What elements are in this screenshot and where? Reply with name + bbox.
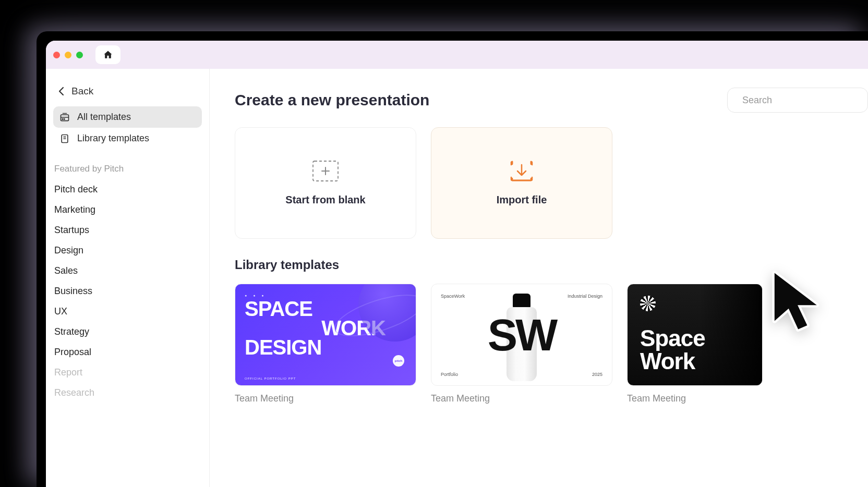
sidebar-link-research[interactable]: Research: [53, 383, 202, 403]
sidebar-item-label: All templates: [77, 112, 131, 123]
template-thumbnail: Space Work: [627, 284, 763, 386]
cursor-pointer-icon: [769, 270, 825, 338]
window-title-bar: [46, 41, 868, 69]
window-controls: [53, 52, 83, 58]
template-thumbnail: ● ● ● SPACE WORK DESIGN pitch OFFICIAL P…: [235, 284, 416, 386]
template-caption: Team Meeting: [627, 393, 763, 404]
sidebar-link-startups[interactable]: Startups: [53, 220, 202, 240]
import-icon: [509, 161, 534, 181]
templates-icon: [59, 112, 70, 123]
swirl-logo-icon: [640, 296, 656, 311]
sidebar-link-ux[interactable]: UX: [53, 301, 202, 322]
minimize-window-button[interactable]: [65, 52, 71, 58]
sidebar-item-label: Library templates: [77, 133, 149, 144]
home-button[interactable]: [95, 45, 120, 64]
maximize-window-button[interactable]: [76, 52, 83, 58]
search-input-container[interactable]: [727, 88, 868, 113]
template-card-space-work-dark[interactable]: Space Work Team Meeting: [627, 284, 763, 404]
sidebar-link-proposal[interactable]: Proposal: [53, 342, 202, 362]
svg-point-2: [64, 118, 65, 119]
sidebar-item-library-templates[interactable]: Library templates: [53, 128, 202, 149]
template-thumbnail: SpaceWork Industrial Design Portfolio 20…: [431, 284, 612, 386]
main-content: Create a new presentation Start from bla…: [210, 69, 868, 487]
close-window-button[interactable]: [53, 52, 60, 58]
sidebar-link-pitch-deck[interactable]: Pitch deck: [53, 179, 202, 200]
start-from-blank-label: Start from blank: [285, 194, 365, 206]
sidebar-link-business[interactable]: Business: [53, 281, 202, 301]
action-cards: Start from blank Import file: [235, 127, 868, 239]
sidebar-link-report[interactable]: Report: [53, 362, 202, 383]
search-input[interactable]: [742, 95, 863, 106]
blank-plus-icon: [312, 161, 339, 181]
sidebar: Back All templates Library templates Fea…: [46, 69, 210, 487]
svg-rect-0: [61, 115, 69, 121]
import-file-card[interactable]: Import file: [431, 127, 612, 239]
svg-point-1: [62, 118, 63, 119]
back-label: Back: [71, 86, 93, 97]
app-window: Back All templates Library templates Fea…: [46, 41, 868, 487]
sidebar-link-marketing[interactable]: Marketing: [53, 200, 202, 220]
template-caption: Team Meeting: [235, 393, 416, 404]
main-header: Create a new presentation: [235, 88, 868, 113]
home-icon: [103, 50, 113, 60]
template-caption: Team Meeting: [431, 393, 612, 404]
back-button[interactable]: Back: [53, 80, 202, 102]
template-card-space-work-design[interactable]: ● ● ● SPACE WORK DESIGN pitch OFFICIAL P…: [235, 284, 416, 404]
app-body: Back All templates Library templates Fea…: [46, 69, 868, 487]
sidebar-link-sales[interactable]: Sales: [53, 261, 202, 281]
chevron-left-icon: [58, 87, 64, 96]
sidebar-item-all-templates[interactable]: All templates: [53, 106, 202, 128]
import-file-label: Import file: [497, 194, 547, 206]
template-card-sw-industrial[interactable]: SpaceWork Industrial Design Portfolio 20…: [431, 284, 612, 404]
page-title: Create a new presentation: [235, 91, 429, 109]
sidebar-section-featured: Featured by Pitch: [53, 149, 202, 179]
start-from-blank-card[interactable]: Start from blank: [235, 127, 416, 239]
library-icon: [59, 133, 70, 144]
sidebar-link-strategy[interactable]: Strategy: [53, 322, 202, 342]
sidebar-link-design[interactable]: Design: [53, 240, 202, 261]
